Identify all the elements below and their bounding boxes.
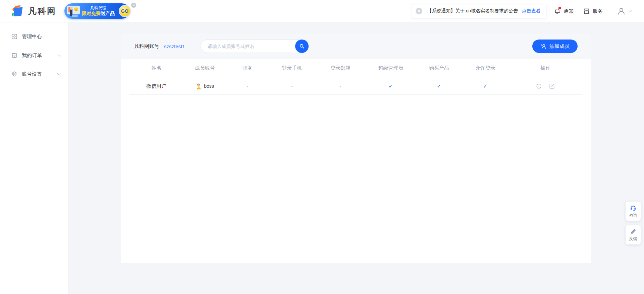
- feedback-label: 反馈: [629, 236, 637, 242]
- member-search: [201, 40, 309, 53]
- consult-button[interactable]: 咨询: [626, 202, 641, 221]
- unread-badge: [558, 7, 561, 9]
- consult-label: 咨询: [629, 213, 637, 218]
- sidebar-item-label: 管理中心: [22, 33, 42, 40]
- search-icon: [299, 43, 305, 49]
- check-icon: ✓: [437, 83, 441, 89]
- sidebar-item-label: 账号设置: [22, 71, 42, 77]
- logo[interactable]: 凡科网: [10, 4, 56, 18]
- grid-icon: [11, 33, 17, 40]
- col-header-name: 姓名: [129, 59, 183, 78]
- account-value: szsztest1: [164, 44, 185, 49]
- col-header-phone: 登录手机: [268, 59, 315, 78]
- feedback-button[interactable]: 反馈: [626, 225, 641, 244]
- col-header-actions: 操作: [508, 59, 582, 78]
- search-input[interactable]: [201, 40, 309, 53]
- shop-icon: [583, 8, 590, 15]
- promo-pill[interactable]: 凡科代理 限时免费送产品 GO: [64, 3, 129, 19]
- pencil-icon: [630, 228, 637, 235]
- service-button[interactable]: 服务: [583, 8, 603, 15]
- super-admin-cell: ✓: [366, 78, 416, 94]
- account-label: 凡科网账号: [134, 43, 159, 50]
- member-account-cell: boss: [183, 78, 227, 94]
- sidebar-item-account-settings[interactable]: 账号设置: [0, 65, 68, 83]
- settings-icon: [11, 71, 17, 77]
- logo-icon: [10, 4, 25, 18]
- allow-login-cell: ✓: [462, 78, 508, 94]
- member-avatar-icon: [196, 83, 202, 89]
- notice-text: 【系统通知】关于.cn域名实名制要求的公告: [427, 8, 518, 14]
- search-button[interactable]: [295, 40, 309, 53]
- promo-banner[interactable]: 凡科代理 限时免费送产品 GO ✕: [64, 3, 129, 19]
- chevron-down-icon: [57, 72, 61, 75]
- order-icon: [11, 52, 17, 58]
- members-card: 凡科网账号 szsztest1: [121, 33, 591, 263]
- promo-subtitle: 限时免费送产品: [82, 11, 115, 17]
- sidebar-item-my-orders[interactable]: 我的订单: [0, 46, 68, 65]
- headset-icon: [630, 204, 637, 211]
- chevron-down-icon: [57, 53, 61, 57]
- sidebar-item-admin-center[interactable]: 管理中心: [0, 27, 68, 46]
- member-account: boss: [204, 83, 214, 89]
- top-header: 凡科网 凡科代理 限时免费送产品 GO ✕: [0, 0, 644, 22]
- actions-cell: [508, 78, 582, 94]
- check-icon: ✓: [483, 83, 487, 89]
- promo-close-icon[interactable]: ✕: [131, 3, 136, 8]
- member-position: -: [227, 78, 268, 94]
- system-notice-bar: ✕ 【系统通知】关于.cn域名实名制要求的公告 点击查看: [412, 4, 546, 18]
- notice-close-icon[interactable]: ✕: [416, 8, 422, 14]
- sidebar-item-label: 我的订单: [22, 52, 42, 59]
- member-name: 微信用户: [129, 78, 183, 94]
- go-badge[interactable]: GO: [119, 5, 131, 17]
- col-header-super-admin: 超级管理员: [366, 59, 416, 78]
- account-menu[interactable]: [617, 7, 631, 16]
- service-label: 服务: [593, 8, 603, 14]
- col-header-position: 职务: [227, 59, 268, 78]
- table-header-row: 姓名 成员账号 职务 登录手机 登录邮箱 超级管理员 购买产品 允许登录 操作: [129, 59, 582, 78]
- chevron-down-icon: [628, 9, 632, 12]
- member-email: -: [315, 78, 366, 94]
- col-header-account: 成员账号: [183, 59, 227, 78]
- notice-view-link[interactable]: 点击查看: [522, 8, 541, 14]
- logo-text: 凡科网: [28, 6, 56, 17]
- info-icon[interactable]: [536, 83, 542, 89]
- members-toolbar: 凡科网账号 szsztest1: [121, 33, 591, 59]
- col-header-buy-product: 购买产品: [416, 59, 462, 78]
- promo-illustration-icon: [66, 4, 81, 18]
- add-member-label: 添加成员: [549, 43, 570, 50]
- sidebar: 管理中心 我的订单 账号设置: [0, 22, 68, 294]
- main-area: 凡科网账号 szsztest1: [68, 22, 644, 294]
- edit-icon[interactable]: [549, 83, 555, 89]
- promo-title: 凡科代理: [90, 6, 106, 11]
- member-phone: -: [268, 78, 315, 94]
- col-header-allow-login: 允许登录: [462, 59, 508, 78]
- col-header-email: 登录邮箱: [315, 59, 366, 78]
- notifications-button[interactable]: 通知: [554, 8, 574, 15]
- check-icon: ✓: [388, 83, 393, 89]
- bell-icon: [554, 8, 561, 15]
- members-table: 姓名 成员账号 职务 登录手机 登录邮箱 超级管理员 购买产品 允许登录 操作 …: [121, 59, 591, 95]
- notifications-label: 通知: [564, 8, 574, 14]
- add-user-icon: [540, 43, 547, 50]
- user-avatar-icon: [617, 7, 626, 16]
- table-row: 微信用户: [129, 78, 582, 94]
- add-member-button[interactable]: 添加成员: [532, 40, 578, 53]
- buy-product-cell: ✓: [416, 78, 462, 94]
